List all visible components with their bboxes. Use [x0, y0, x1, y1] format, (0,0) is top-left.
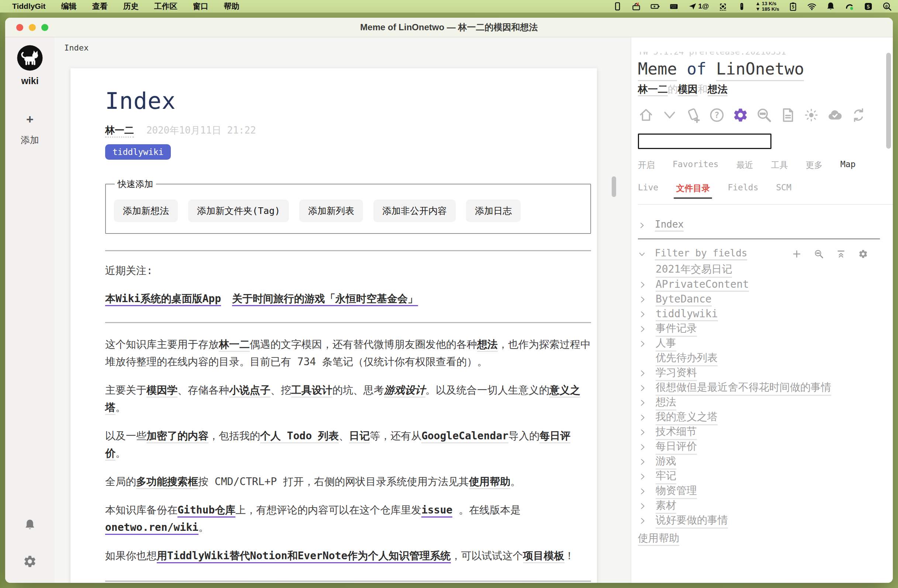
menu-item-6[interactable]: 帮助 — [224, 1, 240, 11]
home-icon[interactable] — [638, 107, 654, 123]
menu-app-name[interactable]: TiddlyGit — [12, 2, 46, 11]
add-icon[interactable] — [792, 249, 802, 259]
chevron-right-icon[interactable] — [639, 399, 647, 407]
tree-item-link[interactable]: ByteDance — [656, 293, 712, 307]
location-menu-item[interactable]: 1@ — [688, 2, 709, 11]
tree-item-link[interactable]: 说好要做的事情 — [656, 513, 728, 529]
tree-item-link[interactable]: tiddlywiki — [656, 308, 718, 321]
tree-item-link[interactable]: 游戏 — [656, 454, 676, 470]
preferences-gear-icon[interactable] — [5, 554, 55, 570]
tiddler-link[interactable]: 游戏设计 — [384, 384, 425, 398]
clipboard-history-icon[interactable]: 5 — [788, 2, 798, 11]
chevron-right-icon[interactable] — [639, 310, 647, 318]
chevron-right-icon[interactable] — [639, 369, 647, 378]
tiddler-link[interactable]: 使用帮助 — [469, 476, 510, 489]
external-link[interactable]: Github仓库 — [177, 504, 235, 517]
workspace-name[interactable]: wiki — [5, 75, 55, 86]
search-icon[interactable] — [814, 249, 824, 259]
chevron-right-icon[interactable] — [639, 473, 647, 481]
tiddler-link[interactable]: 项目模板 — [523, 550, 564, 563]
sidebar-tab-1[interactable]: 开启 — [638, 160, 655, 171]
sidebar-tab-2[interactable]: Favorites — [673, 160, 719, 169]
tiddler-link[interactable]: 个人 Todo 列表 — [260, 430, 339, 444]
menu-item-1[interactable]: 编辑 — [61, 1, 77, 11]
help-link[interactable]: 使用帮助 — [638, 532, 679, 546]
tiddler-author-link[interactable]: 林一二 — [105, 125, 134, 138]
wifi-icon[interactable] — [807, 2, 817, 11]
sidebar-subtab-3[interactable]: Fields — [727, 183, 758, 192]
add-workspace-label[interactable]: 添加 — [5, 134, 55, 146]
git-sync-icon[interactable] — [850, 107, 867, 123]
quick-add-button-1[interactable]: 添加新想法 — [114, 200, 178, 222]
window-scrollbar-thumb[interactable] — [886, 53, 891, 149]
s-app-icon[interactable]: S — [863, 2, 873, 11]
tree-item-link[interactable]: 事件记录 — [656, 321, 697, 337]
tiddler-link[interactable]: 模因学 — [146, 384, 177, 398]
tree-item-link[interactable]: 2021年交易日记 — [656, 262, 732, 278]
subtitle-link[interactable]: 林一二 — [638, 83, 668, 96]
tree-item-link[interactable]: 技术细节 — [656, 425, 697, 440]
chevron-right-icon[interactable] — [639, 458, 647, 466]
screen-capture-icon[interactable] — [718, 2, 728, 11]
chevron-right-icon[interactable] — [639, 502, 647, 510]
notification-bell-icon[interactable] — [826, 2, 836, 11]
tiddler-link[interactable]: 加密了的内容 — [146, 430, 208, 444]
battery-charging-icon[interactable] — [650, 2, 660, 11]
quick-add-button-3[interactable]: 添加新列表 — [299, 200, 363, 222]
mouse-icon[interactable] — [737, 2, 747, 11]
tree-root-index[interactable]: Index — [655, 219, 684, 232]
quick-add-button-4[interactable]: 添加非公开内容 — [374, 200, 456, 222]
sidebar-tab-3[interactable]: 最近 — [737, 160, 753, 171]
menu-item-3[interactable]: 历史 — [123, 1, 139, 11]
tree-item-link[interactable]: 物资管理 — [656, 484, 697, 499]
chevron-right-icon[interactable] — [639, 413, 647, 422]
toolbox-icon[interactable] — [631, 2, 641, 11]
cloud-saved-icon[interactable] — [827, 107, 843, 123]
tiddler-link[interactable]: 多功能搜索框 — [136, 476, 198, 489]
sidebar-tab-5[interactable]: 更多 — [806, 160, 823, 171]
chevron-right-icon[interactable] — [639, 281, 647, 289]
network-speed-indicator[interactable]: ▲ 13 K/s▼ 185 K/s — [756, 1, 779, 12]
quick-add-button-5[interactable]: 添加日志 — [466, 200, 521, 222]
theme-icon[interactable] — [803, 107, 820, 123]
advanced-search-icon[interactable] — [756, 107, 772, 123]
help-icon[interactable]: ? — [709, 107, 725, 123]
tiddler-link[interactable]: 小说点子 — [229, 384, 271, 398]
vpn-status-icon[interactable] — [844, 2, 855, 11]
collapse-all-icon[interactable] — [836, 249, 846, 259]
notifications-bell-icon[interactable] — [5, 518, 55, 533]
chevron-right-icon[interactable] — [639, 340, 647, 348]
chevron-down-icon[interactable] — [638, 250, 646, 258]
tree-item-link[interactable]: 很想做但是最近舍不得花时间做的事情 — [656, 380, 831, 396]
menu-item-4[interactable]: 工作区 — [154, 1, 177, 11]
tree-item-link[interactable]: 素材 — [656, 498, 676, 514]
external-link[interactable]: 用TiddlyWiki替代Notion和EverNote作为个人知识管理系统 — [157, 550, 451, 563]
tiddler-link[interactable]: GoogleCalendar — [421, 430, 508, 444]
tree-item-link[interactable]: 我的意义之塔 — [656, 410, 718, 425]
quick-add-button-2[interactable]: 添加新文件夹(Tag) — [188, 200, 289, 222]
tree-item-link[interactable]: 优先待办列表 — [656, 351, 718, 366]
filter-by-fields-label[interactable]: Filter by fields — [655, 247, 747, 260]
chevron-right-icon[interactable] — [638, 221, 646, 229]
site-title-link-meme[interactable]: Meme — [638, 59, 677, 81]
tiddler-link[interactable]: 日记 — [349, 430, 370, 444]
add-workspace-plus[interactable]: + — [5, 112, 55, 126]
recent-link-1[interactable]: 本Wiki系统的桌面版App — [105, 293, 221, 306]
settings-icon[interactable] — [732, 107, 749, 123]
sidebar-subtab-1[interactable]: Live — [638, 183, 658, 192]
tiddler-link[interactable]: 想法 — [477, 338, 498, 352]
chevron-right-icon[interactable] — [639, 325, 647, 333]
title-bar[interactable]: Meme of LinOnetwo — 林一二的模因和想法 — [5, 18, 893, 37]
document-icon[interactable] — [780, 107, 796, 123]
subtitle-link[interactable]: 模因 — [678, 83, 698, 96]
tree-item-link[interactable]: 每日评价 — [656, 439, 697, 455]
external-link[interactable]: issue — [421, 504, 452, 517]
tag-pill[interactable]: tiddlywiki — [105, 144, 171, 160]
zoom-button[interactable] — [42, 24, 48, 31]
chevron-right-icon[interactable] — [639, 443, 647, 451]
subtitle-link[interactable]: 想法 — [707, 83, 727, 96]
chevron-right-icon[interactable] — [639, 517, 647, 525]
scrollbar-thumb[interactable] — [612, 177, 616, 197]
sidebar-subtab-4[interactable]: SCM — [776, 183, 791, 192]
tree-item-link[interactable]: 人事 — [656, 336, 676, 352]
